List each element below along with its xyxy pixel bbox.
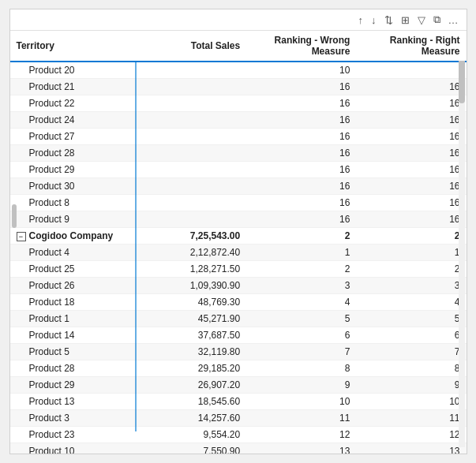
sort-asc-icon[interactable]: ↑ <box>357 13 365 27</box>
table-row: Product 107,550.901313 <box>10 443 467 454</box>
cell-territory: Product 24 <box>10 112 145 129</box>
table-row: Product 91616 <box>10 211 467 228</box>
cell-ranking-right: 16 <box>356 178 466 195</box>
cell-total-sales: 48,769.30 <box>145 294 246 311</box>
cell-ranking-wrong: 13 <box>246 443 356 454</box>
expand-icon[interactable]: − <box>17 232 26 241</box>
table-row: Product 1318,545.601010 <box>10 394 467 410</box>
cell-ranking-wrong: 16 <box>246 162 356 178</box>
table-row: Product 145,271.9055 <box>10 311 467 327</box>
cell-total-sales <box>145 112 246 129</box>
cell-ranking-wrong: 1 <box>246 245 356 261</box>
cell-ranking-wrong: 16 <box>246 211 356 228</box>
table-row: Product 2926,907.2099 <box>10 377 467 394</box>
cell-ranking-right: 16 <box>356 162 466 178</box>
cell-total-sales <box>145 62 246 79</box>
table-row: Product 211616 <box>10 79 467 95</box>
cell-ranking-wrong: 6 <box>246 327 356 344</box>
cell-total-sales <box>145 129 246 145</box>
table-row: Product 532,119.8077 <box>10 344 467 360</box>
table-row: Product 221616 <box>10 95 467 112</box>
export-icon[interactable]: ⧉ <box>432 13 442 27</box>
table-row: Product 281616 <box>10 145 467 162</box>
columns-icon[interactable]: ⊞ <box>399 13 411 27</box>
col-header-territory[interactable]: Territory <box>10 31 145 62</box>
cell-territory: Product 9 <box>10 211 145 228</box>
cell-ranking-wrong: 7 <box>246 344 356 360</box>
col-header-ranking-right[interactable]: Ranking - Right Measure <box>356 31 466 62</box>
cell-ranking-right: 16 <box>356 112 466 129</box>
cell-territory: Product 23 <box>10 427 145 443</box>
cell-ranking-wrong: 16 <box>246 178 356 195</box>
cell-ranking-right: 16 <box>356 195 466 211</box>
sort-desc-icon[interactable]: ↓ <box>369 13 378 27</box>
cell-total-sales <box>145 178 246 195</box>
cell-ranking-wrong: 3 <box>246 278 356 294</box>
more-icon[interactable]: … <box>447 13 460 27</box>
filter-icon[interactable]: ▽ <box>416 13 427 27</box>
cell-ranking-right: 2 <box>356 228 466 245</box>
cell-total-sales: 32,119.80 <box>145 344 246 360</box>
cell-ranking-wrong: 16 <box>246 129 356 145</box>
cell-total-sales: 2,12,872.40 <box>145 245 246 261</box>
table-row: Product 314,257.601111 <box>10 410 467 427</box>
cell-total-sales <box>145 195 246 211</box>
cell-total-sales <box>145 79 246 95</box>
cell-total-sales: 7,550.90 <box>145 443 246 454</box>
table-scroll[interactable]: Territory Total Sales Ranking - Wrong Me… <box>10 31 467 454</box>
cell-total-sales: 45,271.90 <box>145 311 246 327</box>
cell-total-sales: 1,09,390.90 <box>145 278 246 294</box>
cell-ranking-right <box>356 62 466 79</box>
table-row: Product 42,12,872.4011 <box>10 245 467 261</box>
toolbar: ↑ ↓ ⇅ ⊞ ▽ ⧉ … <box>10 9 467 31</box>
cell-ranking-right: 6 <box>356 327 466 344</box>
cell-territory: Product 22 <box>10 95 145 112</box>
cell-territory: Product 13 <box>10 394 145 410</box>
col-header-total-sales[interactable]: Total Sales <box>145 31 246 62</box>
cell-territory: Product 14 <box>10 327 145 344</box>
table-row: Product 1437,687.5066 <box>10 327 467 344</box>
cell-ranking-wrong: 11 <box>246 410 356 427</box>
col-header-ranking-wrong[interactable]: Ranking - Wrong Measure <box>246 31 356 62</box>
table-row: Product 291616 <box>10 162 467 178</box>
cell-territory: Product 29 <box>10 162 145 178</box>
cell-territory: Product 3 <box>10 410 145 427</box>
data-table: Territory Total Sales Ranking - Wrong Me… <box>10 31 467 454</box>
cell-total-sales <box>145 211 246 228</box>
cell-ranking-wrong: 4 <box>246 294 356 311</box>
sort-both-icon[interactable]: ⇅ <box>383 13 395 27</box>
cell-territory: Product 5 <box>10 344 145 360</box>
scrollbar-track <box>459 56 465 447</box>
cell-ranking-right: 10 <box>356 394 466 410</box>
cell-ranking-wrong: 16 <box>246 195 356 211</box>
cell-ranking-wrong: 2 <box>246 228 356 245</box>
cell-ranking-right: 11 <box>356 410 466 427</box>
cell-ranking-right: 1 <box>356 245 466 261</box>
cell-territory: −Cogidoo Company <box>10 228 145 245</box>
cell-total-sales: 7,25,543.00 <box>145 228 246 245</box>
cell-total-sales <box>145 162 246 178</box>
cell-territory: Product 21 <box>10 79 145 95</box>
cell-territory: Product 29 <box>10 377 145 394</box>
cell-total-sales: 14,257.60 <box>145 410 246 427</box>
table-row: Product 271616 <box>10 129 467 145</box>
cell-ranking-wrong: 9 <box>246 377 356 394</box>
cell-territory: Product 4 <box>10 245 145 261</box>
cell-territory: Product 8 <box>10 195 145 211</box>
cell-ranking-right: 16 <box>356 211 466 228</box>
cell-ranking-right: 5 <box>356 311 466 327</box>
cell-total-sales: 9,554.20 <box>145 427 246 443</box>
table-row: −Cogidoo Company7,25,543.0022 <box>10 228 467 245</box>
table-wrapper: Territory Total Sales Ranking - Wrong Me… <box>10 31 467 454</box>
cell-ranking-wrong: 16 <box>246 112 356 129</box>
table-row: Product 251,28,271.5022 <box>10 261 467 278</box>
cell-territory: Product 25 <box>10 261 145 278</box>
main-container: ↑ ↓ ⇅ ⊞ ▽ ⧉ … Territory Total Sales <box>9 9 467 454</box>
scrollbar-thumb[interactable] <box>459 56 465 103</box>
left-scrollbar[interactable] <box>12 204 17 228</box>
table-row: Product 261,09,390.9033 <box>10 278 467 294</box>
cell-ranking-right: 8 <box>356 360 466 377</box>
cell-ranking-wrong: 2 <box>246 261 356 278</box>
cell-total-sales: 18,545.60 <box>145 394 246 410</box>
cell-territory: Product 30 <box>10 178 145 195</box>
